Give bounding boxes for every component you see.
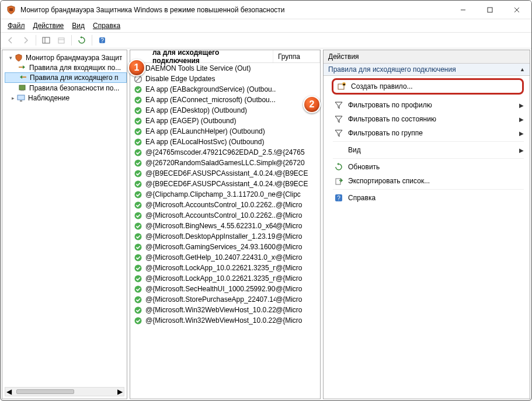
allow-icon	[134, 117, 142, 125]
action-filter-state-label: Фильтровать по состоянию	[348, 115, 519, 123]
rule-row[interactable]: @{B9ECED6F.ASUSPCAssistant_4.0.24.0_x...…	[130, 168, 320, 179]
rule-row[interactable]: DAEMON Tools Lite Service (Out)	[130, 63, 320, 74]
rule-row[interactable]: EA app (EABackgroundService) (Outbou...	[130, 84, 320, 95]
tree-monitor-label: Наблюдение	[28, 94, 69, 102]
allow-icon	[134, 127, 142, 135]
rule-name: @{Microsoft.Win32WebViewHost_10.0.22...	[145, 306, 276, 314]
tree-pane: ▾ Монитор брандмауэра Защит Правила для …	[2, 50, 127, 399]
action-filter-state[interactable]: Фильтровать по состоянию ▶	[324, 112, 530, 126]
menu-action[interactable]: Действие	[30, 20, 68, 31]
outbound-icon	[18, 73, 27, 82]
menu-file[interactable]: Файл	[4, 20, 29, 31]
tree-monitoring[interactable]: ▸ Наблюдение	[5, 93, 127, 103]
tree-inbound-label: Правила для входящих по...	[29, 64, 121, 72]
toolbar-back[interactable]	[4, 34, 17, 47]
rule-group: @{Micro	[276, 243, 317, 251]
svg-text:?: ?	[100, 37, 104, 44]
rule-row[interactable]: EA app (EAGEP) (Outbound)	[130, 116, 320, 126]
help-icon: ?	[334, 193, 343, 203]
tree-inbound-rules[interactable]: Правила для входящих по...	[5, 62, 127, 72]
rule-row[interactable]: EA app (EALaunchHelper) (Outbound)	[130, 126, 320, 137]
rule-group: @{Micro	[276, 201, 317, 209]
rule-name: @{24765mscoder.47921C962EDAD_2.5.9....	[145, 148, 276, 156]
rule-row[interactable]: @{Microsoft.StorePurchaseApp_22407.14...…	[130, 294, 320, 305]
column-group[interactable]: Группа	[273, 50, 320, 62]
action-new-rule[interactable]: ★ Создать правило...	[332, 78, 524, 95]
allow-icon	[134, 253, 142, 261]
rule-row[interactable]: EA app (EAConnect_microsoft) (Outbou...	[130, 95, 320, 105]
tree-root[interactable]: ▾ Монитор брандмауэра Защит	[5, 53, 127, 62]
svg-point-27	[134, 170, 141, 177]
action-view[interactable]: Вид ▶	[324, 143, 530, 157]
rule-row[interactable]: @{Microsoft.LockApp_10.0.22621.3235_n...…	[130, 273, 320, 284]
svg-rect-5	[43, 37, 50, 43]
rule-name: @{Microsoft.LockApp_10.0.22621.3235_n...	[145, 274, 276, 283]
svg-rect-13	[19, 85, 25, 90]
rule-row[interactable]: @{24765mscoder.47921C962EDAD_2.5.9....@{…	[130, 147, 320, 158]
action-filter-group[interactable]: Фильтровать по группе ▶	[324, 126, 530, 140]
tree-security-rules[interactable]: Правила безопасности по...	[5, 83, 127, 93]
rule-group: @{Micro	[276, 316, 317, 325]
menu-view[interactable]: Вид	[68, 20, 88, 31]
rule-row[interactable]: EA app (EALocalHostSvc) (Outbound)	[130, 137, 320, 147]
rules-list[interactable]: DAEMON Tools Lite Service (Out)Disable E…	[130, 63, 320, 399]
filter-icon	[334, 128, 343, 138]
svg-point-38	[134, 285, 141, 292]
minimize-button[interactable]	[450, 1, 477, 19]
rule-group: @{Micro	[276, 232, 317, 240]
action-help[interactable]: ? Справка	[324, 191, 530, 205]
submenu-icon: ▶	[519, 116, 524, 123]
toolbar-forward[interactable]	[19, 34, 32, 47]
rule-row[interactable]: @{Microsoft.Win32WebViewHost_10.0.22...@…	[130, 305, 320, 315]
menu-help[interactable]: Справка	[89, 20, 124, 31]
rule-name: EA app (EADesktop) (Outbound)	[145, 106, 276, 114]
toolbar-refresh[interactable]	[75, 34, 88, 47]
allow-icon	[134, 106, 142, 114]
tree-outbound-rules[interactable]: Правила для исходящего п	[5, 72, 127, 83]
rule-name: @{Microsoft.SecHealthUI_1000.25992.900..…	[145, 285, 276, 293]
rule-row[interactable]: @{Microsoft.BingNews_4.55.62231.0_x64...…	[130, 221, 320, 231]
rule-row[interactable]: @{26720RandomSaladGamesLLC.Simple...@{26…	[130, 158, 320, 168]
toolbar-help[interactable]: ?	[96, 34, 109, 47]
action-refresh[interactable]: Обновить	[324, 160, 530, 174]
rule-group: @{Micro	[276, 211, 317, 219]
rule-row[interactable]: @{Microsoft.AccountsControl_10.0.2262...…	[130, 210, 320, 221]
rule-row[interactable]: @{B9ECED6F.ASUSPCAssistant_4.0.24.0_x...…	[130, 179, 320, 189]
action-view-label: Вид	[348, 146, 519, 154]
window-title: Монитор брандмауэра Защитника Windows в …	[20, 6, 450, 14]
submenu-icon: ▶	[519, 147, 524, 154]
allow-icon	[134, 264, 142, 272]
svg-point-20	[134, 96, 141, 103]
toolbar-show-tree[interactable]	[40, 34, 53, 47]
rule-group: @{Micro	[276, 295, 317, 304]
column-name[interactable]: ла для исходящего подключения	[152, 50, 268, 65]
rule-row[interactable]: @{Microsoft.LockApp_10.0.22621.3235_n...…	[130, 263, 320, 273]
rule-group: @{Micro	[276, 274, 317, 283]
allow-icon	[134, 274, 142, 283]
rule-row[interactable]: @{Microsoft.Win32WebViewHost_10.0.22...@…	[130, 315, 320, 326]
action-export[interactable]: Экспортировать список...	[324, 174, 530, 188]
rule-row[interactable]: @{Microsoft.SecHealthUI_1000.25992.900..…	[130, 284, 320, 294]
actions-subheader-label: Правила для исходящего подключения	[328, 65, 456, 74]
rule-group: @{Clipc	[276, 190, 317, 198]
rule-row[interactable]: EA app (EADesktop) (Outbound)	[130, 105, 320, 116]
tree-horizontal-scrollbar[interactable]: ◀▶	[5, 387, 124, 396]
rule-name: @{Microsoft.LockApp_10.0.22621.3235_n...	[145, 264, 276, 272]
rule-row[interactable]: @{Microsoft.AccountsControl_10.0.2262...…	[130, 200, 320, 210]
actions-subheader[interactable]: Правила для исходящего подключения ▲	[324, 64, 530, 76]
toolbar-props[interactable]	[55, 34, 68, 47]
rule-row[interactable]: @{Microsoft.DesktopAppInstaller_1.23.19.…	[130, 231, 320, 242]
svg-point-31	[134, 212, 141, 219]
action-filter-profile[interactable]: Фильтровать по профилю ▶	[324, 98, 530, 112]
maximize-button[interactable]	[477, 1, 503, 19]
rule-row[interactable]: Disable Edge Updates	[130, 74, 320, 84]
rule-name: @{Microsoft.GetHelp_10.2407.22431.0_x6..…	[145, 253, 276, 261]
rule-row[interactable]: @{Clipchamp.Clipchamp_3.1.11720.0_ne...@…	[130, 189, 320, 200]
rule-row[interactable]: @{Microsoft.GetHelp_10.2407.22431.0_x6..…	[130, 252, 320, 263]
svg-point-34	[134, 243, 141, 250]
security-icon	[18, 83, 27, 93]
rules-column-header: ла для исходящего подключения Группа	[130, 50, 320, 63]
close-button[interactable]	[503, 1, 530, 19]
svg-point-32	[134, 222, 141, 229]
rule-row[interactable]: @{Microsoft.GamingServices_24.93.1600...…	[130, 242, 320, 252]
